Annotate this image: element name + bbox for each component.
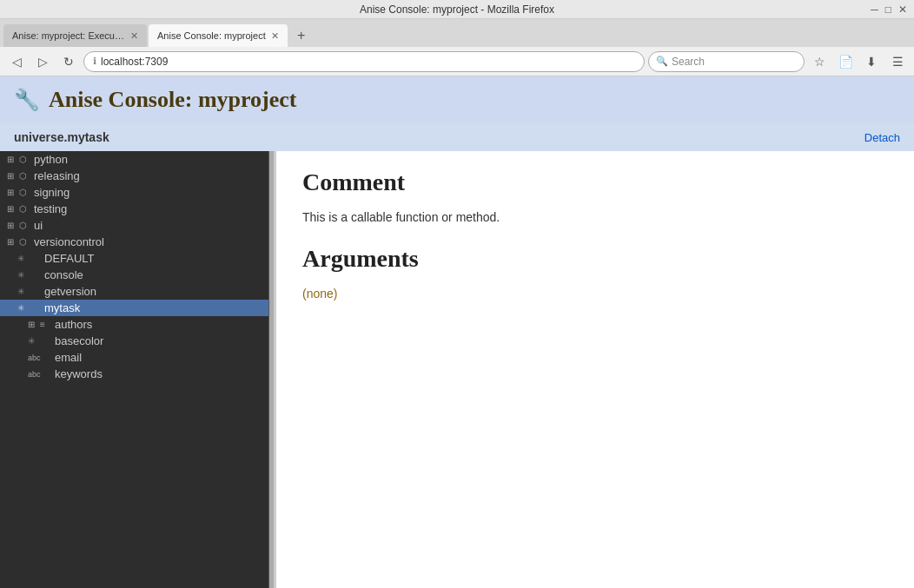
sidebar-label-releasing: releasing — [34, 169, 80, 182]
expand-icon-mytask: ✳ — [17, 303, 30, 313]
tab-2-label: Anise Console: myproject — [157, 30, 266, 41]
browser-titlebar: Anise Console: myproject - Mozilla Firef… — [0, 0, 914, 19]
expand-icon-versioncontrol: ⊞ — [7, 237, 19, 247]
node-icon-releasing: ⬡ — [19, 171, 31, 181]
restore-icon[interactable]: □ — [885, 3, 891, 16]
sidebar-label-getversion: getversion — [44, 285, 96, 298]
sidebar-item-python[interactable]: ⊞ ⬡ python — [0, 151, 268, 168]
detach-link[interactable]: Detach — [864, 131, 900, 144]
window-controls[interactable]: ─ □ ✕ — [871, 3, 907, 16]
sidebar-item-releasing[interactable]: ⊞ ⬡ releasing — [0, 168, 268, 184]
url-text: localhost:7309 — [101, 56, 168, 68]
sidebar-label-ui: ui — [34, 219, 43, 232]
page-header: 🔧 Anise Console: myproject — [0, 76, 914, 123]
comment-text: This is a callable function or method. — [302, 210, 888, 224]
none-text: (none) — [302, 287, 888, 301]
back-button[interactable]: ◁ — [5, 50, 28, 73]
bookmark-star-icon[interactable]: ☆ — [808, 50, 831, 73]
sidebar-item-versioncontrol[interactable]: ⊞ ⬡ versioncontrol — [0, 234, 268, 250]
search-box[interactable]: 🔍 Search — [648, 51, 805, 72]
sidebar-item-signing[interactable]: ⊞ ⬡ signing — [0, 184, 268, 201]
forward-button[interactable]: ▷ — [31, 50, 54, 73]
browser-tabs: Anise: myproject: Executing '... ✕ Anise… — [0, 19, 914, 47]
expand-icon-python: ⊞ — [7, 155, 19, 164]
node-icon-versioncontrol: ⬡ — [19, 237, 31, 247]
reader-view-icon[interactable]: 📄 — [834, 50, 857, 73]
expand-icon-getversion: ✳ — [17, 287, 30, 296]
expand-icon-signing: ⊞ — [7, 188, 19, 197]
sidebar-item-testing[interactable]: ⊞ ⬡ testing — [0, 201, 268, 217]
expand-icon-console: ✳ — [17, 270, 30, 280]
comment-title: Comment — [302, 168, 888, 196]
node-icon-python: ⬡ — [19, 155, 31, 164]
sidebar-item-email[interactable]: abc email — [0, 349, 268, 366]
sidebar-item-basecolor[interactable]: ✳ basecolor — [0, 333, 268, 349]
browser-nav-icons: ☆ 📄 ⬇ ☰ — [808, 50, 909, 73]
tab-2-close[interactable]: ✕ — [271, 30, 279, 42]
expand-icon-releasing: ⊞ — [7, 171, 19, 181]
sidebar-item-DEFAULT[interactable]: ✳ DEFAULT — [0, 250, 268, 267]
minimize-icon[interactable]: ─ — [871, 3, 878, 16]
sidebar-item-authors[interactable]: ⊞ ≡ authors — [0, 316, 268, 333]
search-icon: 🔍 — [656, 56, 668, 67]
tab-2[interactable]: Anise Console: myproject ✕ — [149, 24, 288, 47]
sidebar-item-console[interactable]: ✳ console — [0, 267, 268, 283]
arguments-title: Arguments — [302, 245, 888, 273]
sidebar-item-mytask[interactable]: ✳ mytask — [0, 300, 268, 316]
sidebar-label-basecolor: basecolor — [55, 334, 103, 347]
sidebar-label-console: console — [44, 268, 83, 281]
sidebar-label-testing: testing — [34, 202, 67, 215]
sidebar: ⊞ ⬡ python ⊞ ⬡ releasing ⊞ ⬡ signing ⊞ ⬡… — [0, 151, 269, 588]
node-icon-ui: ⬡ — [19, 221, 31, 230]
expand-icon-basecolor: ✳ — [28, 336, 40, 346]
sidebar-label-authors: authors — [55, 318, 92, 331]
search-placeholder: Search — [672, 56, 705, 68]
sidebar-label-keywords: keywords — [55, 367, 103, 380]
tab-1-label: Anise: myproject: Executing '... — [12, 30, 125, 41]
url-bar[interactable]: ℹ localhost:7309 — [83, 51, 645, 72]
page-title: Anise Console: myproject — [49, 87, 296, 113]
sidebar-label-DEFAULT: DEFAULT — [44, 252, 95, 265]
expand-icon-authors: ⊞ — [28, 320, 40, 329]
content-pane: Comment This is a callable function or m… — [274, 151, 914, 588]
sidebar-label-signing: signing — [34, 186, 70, 199]
expand-icon-email: abc — [28, 353, 40, 362]
node-icon-authors: ≡ — [40, 320, 52, 329]
close-icon[interactable]: ✕ — [898, 3, 907, 16]
sidebar-label-versioncontrol: versioncontrol — [34, 235, 104, 248]
node-icon-testing: ⬡ — [19, 204, 31, 214]
main-area: ⊞ ⬡ python ⊞ ⬡ releasing ⊞ ⬡ signing ⊞ ⬡… — [0, 151, 914, 588]
new-tab-button[interactable]: + — [289, 24, 314, 47]
sidebar-label-mytask: mytask — [44, 301, 80, 314]
breadcrumb: universe.mytask — [14, 130, 109, 144]
expand-icon-testing: ⊞ — [7, 204, 19, 214]
menu-icon[interactable]: ☰ — [886, 50, 909, 73]
expand-icon-ui: ⊞ — [7, 221, 19, 230]
tab-1-close[interactable]: ✕ — [130, 30, 138, 42]
sidebar-label-email: email — [55, 351, 82, 364]
browser-navbar: ◁ ▷ ↻ ℹ localhost:7309 🔍 Search ☆ 📄 ⬇ ☰ — [0, 47, 914, 76]
expand-icon-keywords: abc — [28, 370, 40, 379]
sidebar-label-python: python — [34, 153, 68, 166]
download-icon[interactable]: ⬇ — [860, 50, 883, 73]
node-icon-signing: ⬡ — [19, 188, 31, 197]
sidebar-item-ui[interactable]: ⊞ ⬡ ui — [0, 217, 268, 234]
sidebar-item-keywords[interactable]: abc keywords — [0, 366, 268, 382]
info-icon: ℹ — [93, 56, 96, 67]
anise-icon: 🔧 — [14, 88, 40, 112]
breadcrumb-bar: universe.mytask Detach — [0, 123, 914, 151]
tab-1[interactable]: Anise: myproject: Executing '... ✕ — [3, 24, 147, 47]
sidebar-item-getversion[interactable]: ✳ getversion — [0, 283, 268, 300]
refresh-button[interactable]: ↻ — [57, 50, 80, 73]
expand-icon-DEFAULT: ✳ — [17, 254, 30, 263]
browser-title: Anise Console: myproject - Mozilla Firef… — [360, 3, 554, 16]
